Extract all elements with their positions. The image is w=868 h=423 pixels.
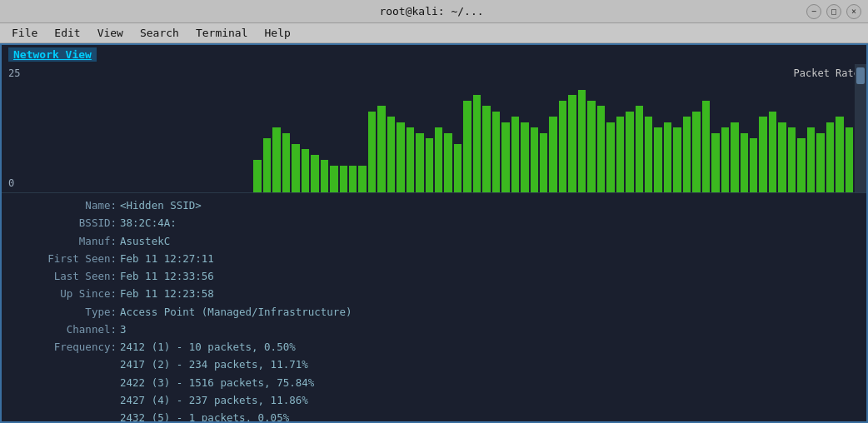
bssid-label: BSSID:: [8, 214, 117, 231]
chart-bar: [272, 127, 280, 192]
chart-bar: [816, 133, 824, 193]
manuf-label: Manuf:: [8, 232, 117, 250]
menu-bar: File Edit View Search Terminal Help: [0, 23, 868, 43]
chart-scrollbar[interactable]: [855, 64, 866, 192]
chart-bar: [645, 117, 652, 192]
freq-line-3: 2427 (4) - 237 packets, 11.86%: [120, 391, 860, 409]
chart-bar: [454, 144, 461, 193]
channel-value: 3: [120, 321, 127, 338]
first-seen-row: First Seen: Feb 11 12:27:11: [8, 250, 860, 267]
first-seen-label: First Seen:: [8, 250, 117, 267]
chart-bar: [692, 112, 700, 193]
chart-bar: [416, 133, 423, 193]
chart-bar: [606, 122, 614, 193]
bssid-row: BSSID: 38:2C:4A:: [8, 214, 860, 231]
chart-bar: [531, 127, 538, 192]
chart-bar: [702, 101, 710, 193]
chart-bar: [282, 133, 290, 193]
chart-bar: [807, 127, 815, 192]
maximize-button[interactable]: □: [826, 4, 841, 19]
chart-bar: [349, 166, 357, 193]
menu-terminal[interactable]: Terminal: [187, 25, 257, 41]
chart-bar: [521, 122, 528, 193]
up-since-row: Up Since: Feb 11 12:23:58: [8, 285, 860, 302]
chart-y-min: 0: [8, 177, 14, 189]
freq-line-2: 2422 (3) - 1516 packets, 75.84%: [120, 374, 860, 391]
chart-bar: [473, 95, 481, 192]
chart-bar: [292, 144, 299, 193]
chart-bar: [826, 122, 834, 193]
chart-bar: [407, 127, 414, 192]
info-area[interactable]: Name: <Hidden SSID> BSSID: 38:2C:4A: Man…: [2, 193, 866, 421]
chart-bar: [559, 101, 566, 193]
menu-view[interactable]: View: [89, 25, 132, 41]
last-seen-value: Feb 11 12:33:56: [120, 267, 214, 285]
chart-bar: [321, 160, 328, 192]
minimize-button[interactable]: −: [806, 4, 821, 19]
type-row: Type: Access Point (Managed/Infrastructu…: [8, 303, 860, 321]
menu-help[interactable]: Help: [257, 25, 299, 41]
chart-bar: [741, 133, 748, 193]
channel-row: Channel: 3: [8, 321, 860, 338]
chart-bar: [778, 122, 786, 193]
chart-bar: [444, 133, 451, 193]
chart-bar: [731, 122, 738, 193]
chart-bar: [597, 106, 605, 192]
last-seen-label: Last Seen:: [8, 267, 117, 285]
close-button[interactable]: ×: [846, 4, 861, 19]
chart-bar: [368, 112, 376, 193]
scrollbar-thumb[interactable]: [856, 67, 865, 84]
chart-bar: [788, 127, 796, 192]
chart-bar: [711, 133, 719, 193]
network-view-label: Network View: [8, 47, 97, 62]
chart-bar: [587, 101, 595, 193]
chart-bar: [302, 149, 309, 192]
chart-bar: [463, 101, 471, 193]
chart-bar: [750, 138, 757, 192]
chart-bar: [540, 133, 547, 193]
chart-bar: [636, 106, 643, 192]
chart-bar: [311, 155, 318, 193]
chart-bar: [387, 117, 395, 192]
up-since-label: Up Since:: [8, 285, 117, 302]
manuf-row: Manuf: AsustekC: [8, 232, 860, 250]
name-value: <Hidden SSID>: [120, 197, 202, 214]
chart-bar: [511, 117, 519, 192]
type-value: Access Point (Managed/Infrastructure): [120, 303, 352, 321]
freq-line-4: 2432 (5) - 1 packets, 0.05%: [120, 409, 860, 421]
window-controls: − □ ×: [806, 4, 861, 19]
chart-bar: [340, 166, 347, 193]
menu-search[interactable]: Search: [132, 25, 187, 41]
type-label: Type:: [8, 303, 117, 321]
chart-bar: [263, 138, 271, 192]
freq-line-1: 2417 (2) - 234 packets, 11.71%: [120, 356, 860, 373]
last-seen-row: Last Seen: Feb 11 12:33:56: [8, 267, 860, 285]
chart-bar: [769, 112, 776, 193]
chart-bars: [34, 76, 863, 192]
chart-bar: [846, 127, 853, 192]
frequency-row: Frequency: 2412 (1) - 10 packets, 0.50%: [8, 338, 860, 356]
chart-bar: [797, 138, 805, 192]
chart-bar: [330, 166, 337, 193]
terminal-window: Network View 25 0 Packet Rate Name: <Hid…: [0, 43, 868, 423]
name-row: Name: <Hidden SSID>: [8, 197, 860, 214]
menu-file[interactable]: File: [3, 25, 46, 41]
menu-edit[interactable]: Edit: [46, 25, 88, 41]
chart-bar: [759, 117, 766, 192]
chart-bar: [435, 127, 442, 192]
chart-bar: [426, 138, 433, 192]
bssid-value: 38:2C:4A:: [120, 214, 177, 231]
network-view-bar: Network View: [2, 45, 866, 64]
name-label: Name:: [8, 197, 117, 214]
chart-y-max: 25: [8, 67, 20, 79]
chart-bar: [492, 112, 500, 193]
chart-bar: [673, 127, 681, 192]
up-since-value: Feb 11 12:23:58: [120, 285, 214, 302]
manuf-value: AsustekC: [120, 232, 170, 250]
chart-bar: [836, 117, 843, 192]
chart-bar: [377, 106, 385, 192]
chart-bar: [253, 160, 261, 192]
chart-bar: [397, 122, 404, 193]
chart-bar: [549, 117, 556, 192]
chart-bar: [626, 112, 633, 193]
